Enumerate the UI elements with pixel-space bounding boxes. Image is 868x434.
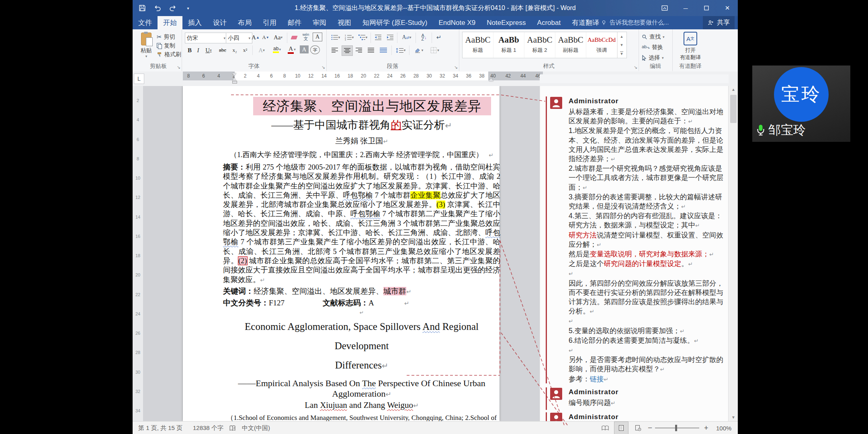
tab-review[interactable]: 审阅: [307, 16, 332, 29]
zoom-level[interactable]: 100%: [716, 422, 731, 434]
zoom-out-button[interactable]: −: [648, 422, 652, 434]
align-right-button[interactable]: [354, 45, 364, 55]
youdao-open-button[interactable]: A文 打开 有道翻译: [672, 32, 708, 61]
enclose-characters-button[interactable]: 字: [310, 45, 320, 54]
replace-button[interactable]: ab↷替换: [642, 43, 663, 52]
distribute-button[interactable]: [378, 45, 389, 55]
superscript-button[interactable]: x²: [240, 45, 250, 55]
web-layout-button[interactable]: [631, 422, 645, 434]
justify-button[interactable]: [366, 45, 376, 55]
tab-endnote[interactable]: EndNote X9: [433, 16, 481, 29]
tab-home[interactable]: 开始: [158, 16, 182, 29]
cut-button[interactable]: ✂剪切: [157, 33, 181, 41]
font-color-button[interactable]: A▾: [285, 45, 298, 54]
numbering-button[interactable]: 123▾: [343, 33, 355, 42]
tab-insert[interactable]: 插入: [182, 16, 207, 29]
left-indent-marker[interactable]: [232, 73, 237, 84]
italic-button[interactable]: I: [194, 45, 202, 55]
multilevel-list-button[interactable]: ▾: [357, 33, 369, 42]
proofing-icon[interactable]: [229, 422, 236, 434]
comment-link[interactable]: 链接: [590, 375, 604, 383]
tab-youdao[interactable]: 有道翻译: [566, 16, 605, 29]
shrink-font-button[interactable]: A▼: [261, 33, 270, 42]
tell-me-box[interactable]: 告诉我您想要做什么...: [601, 16, 669, 29]
underline-button[interactable]: U ▾: [203, 45, 215, 55]
comment-card[interactable]: Administrator 少了对应的英文关键词↵: [546, 412, 723, 421]
style-item-emphasis[interactable]: AaBbCcDd强调: [586, 32, 617, 58]
horizontal-ruler[interactable]: 2468101214161820222426283032343638: [235, 72, 488, 80]
character-border-button[interactable]: A: [313, 33, 322, 41]
minimize-button[interactable]: ─: [675, 0, 696, 16]
tab-view[interactable]: 视图: [332, 16, 357, 29]
language-indicator[interactable]: 中文(中国): [242, 422, 270, 434]
style-item-heading2[interactable]: AaBbC标题 2: [524, 32, 555, 58]
font-name-combo[interactable]: 仿宋▾: [185, 33, 227, 43]
align-left-button[interactable]: [330, 45, 340, 55]
increase-indent-button[interactable]: [385, 33, 395, 42]
sort-button[interactable]: AZ↓: [418, 33, 430, 42]
style-item-heading1[interactable]: AaBb标题 1: [493, 32, 524, 58]
line-spacing-button[interactable]: ▾: [394, 45, 407, 55]
share-button[interactable]: 共享: [703, 16, 735, 29]
font-dialog-launcher-icon[interactable]: ↘: [321, 65, 325, 70]
tab-layout[interactable]: 布局: [232, 16, 257, 29]
tab-cnki[interactable]: 知网研学 (原E-Study): [357, 16, 433, 29]
style-item-subtitle[interactable]: AaBbC副标题: [555, 32, 586, 58]
word-count[interactable]: 12838 个字: [193, 422, 223, 434]
maximize-button[interactable]: [696, 0, 717, 16]
scroll-down-icon[interactable]: ▼: [729, 414, 738, 421]
right-indent-marker[interactable]: [489, 78, 493, 81]
comment-card[interactable]: Administrator 从标题来看，主要是分析经济集聚、空间溢出对地区发展差…: [546, 96, 723, 383]
tab-acrobat[interactable]: Acrobat: [532, 16, 567, 29]
subscript-button[interactable]: x₂: [230, 45, 240, 55]
bullets-button[interactable]: ▾: [330, 33, 342, 42]
print-layout-button[interactable]: [614, 422, 628, 434]
horizontal-ruler-left-margin[interactable]: 8642: [183, 72, 240, 80]
strikethrough-button[interactable]: abc: [216, 45, 229, 55]
vertical-scrollbar[interactable]: ▲ ▼: [728, 86, 738, 421]
show-hide-marks-button[interactable]: ↵: [434, 33, 444, 42]
borders-button[interactable]: ▾: [428, 45, 442, 55]
document-page[interactable]: 经济集聚、空间溢出与地区发展差异 ——基于中国城市群视角的实证分析↵ 兰秀娟 张…: [183, 86, 500, 421]
copy-button[interactable]: 复制: [157, 41, 181, 50]
ribbon-display-options-icon[interactable]: [654, 0, 675, 16]
tab-noteexpress[interactable]: NoteExpress: [481, 16, 531, 29]
paste-button[interactable]: 粘贴 ▾: [137, 33, 155, 58]
styles-more-icon[interactable]: ▼: [620, 51, 624, 56]
tab-mailings[interactable]: 邮件: [282, 16, 307, 29]
zoom-slider-thumb[interactable]: [675, 425, 677, 431]
bold-button[interactable]: B: [186, 45, 194, 55]
read-mode-button[interactable]: [598, 422, 612, 434]
tab-stop-selector[interactable]: L: [134, 74, 144, 84]
font-size-combo[interactable]: 小四▾: [226, 33, 252, 43]
close-button[interactable]: ✕: [717, 0, 738, 16]
character-shading-button[interactable]: A: [300, 45, 309, 53]
shading-button[interactable]: ▾: [411, 45, 426, 55]
text-effects-button[interactable]: A▾: [255, 45, 268, 55]
find-button[interactable]: 查找▾: [642, 33, 665, 41]
tab-references[interactable]: 引用: [257, 16, 282, 29]
asian-layout-button[interactable]: A⇄▾: [399, 33, 414, 42]
clear-formatting-icon[interactable]: [289, 33, 299, 42]
styles-scroll-up-icon[interactable]: ▲: [620, 35, 624, 39]
page-indicator[interactable]: 第 1 页, 共 15 页: [138, 422, 182, 434]
horizontal-ruler-right-margin[interactable]: 40424446: [488, 72, 543, 80]
text-highlight-button[interactable]: ab▾: [270, 45, 284, 54]
comment-card[interactable]: Administrator 编号顺序问题↵: [546, 387, 723, 410]
zoom-slider-track[interactable]: [655, 428, 699, 428]
grow-font-button[interactable]: A▲: [251, 33, 260, 42]
vertical-ruler[interactable]: 246810121416182022242628303234: [133, 86, 143, 421]
tab-design[interactable]: 设计: [207, 16, 232, 29]
change-case-button[interactable]: Aa▾: [272, 33, 285, 42]
scrollbar-thumb[interactable]: [730, 95, 737, 123]
tab-file[interactable]: 文件: [133, 16, 158, 29]
styles-scroll-down-icon[interactable]: ▼: [620, 43, 624, 47]
clipboard-dialog-launcher-icon[interactable]: ↘: [177, 65, 180, 70]
style-item-title[interactable]: AaBbC标题: [463, 32, 493, 58]
paragraph-dialog-launcher-icon[interactable]: ↘: [454, 65, 458, 70]
phonetic-guide-button[interactable]: wén文: [301, 32, 311, 41]
select-button[interactable]: 选择▾: [642, 53, 664, 62]
scroll-up-icon[interactable]: ▲: [729, 86, 738, 93]
video-participant-tile[interactable]: 宝玲 邹宝玲: [752, 66, 850, 142]
decrease-indent-button[interactable]: [373, 33, 383, 42]
